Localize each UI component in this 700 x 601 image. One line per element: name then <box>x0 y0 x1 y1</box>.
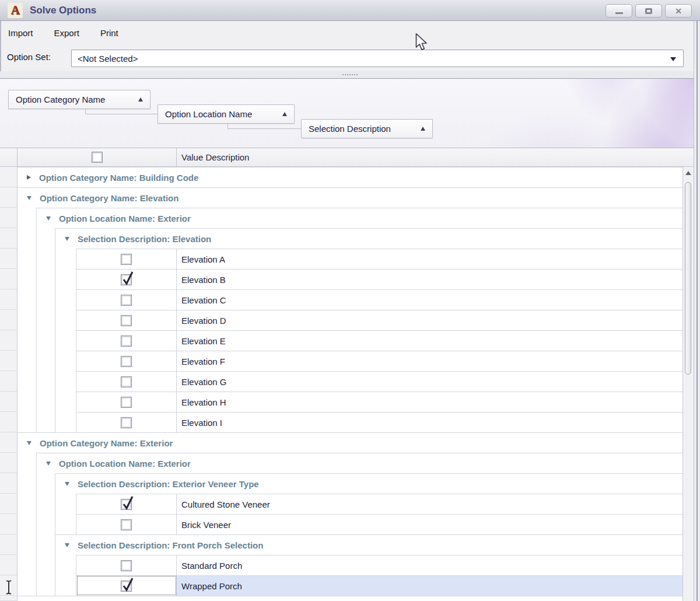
group-row-content[interactable]: Option Category Name: Building Code <box>18 167 694 187</box>
group-row-content[interactable]: Selection Description: Exterior Veneer T… <box>55 473 694 494</box>
group-row-content[interactable]: Option Category Name: Exterior <box>18 432 694 453</box>
row-indicator-cell[interactable] <box>0 596 18 601</box>
splitter-grip-icon[interactable] <box>342 74 358 75</box>
row-indicator-cell[interactable] <box>0 330 18 351</box>
data-row[interactable]: Elevation G <box>0 371 694 392</box>
checkbox-cell[interactable] <box>76 371 177 392</box>
title-bar[interactable]: A Solve Options ✕ <box>0 0 700 21</box>
checkbox-checked-icon[interactable] <box>121 581 132 592</box>
data-row[interactable]: Elevation F <box>0 351 694 371</box>
value-description-cell[interactable]: Elevation C <box>177 289 694 310</box>
scroll-up-button[interactable] <box>683 167 694 179</box>
checkbox-unchecked-icon[interactable] <box>121 315 132 326</box>
group-row[interactable]: Option Location Name: Exterior <box>0 453 694 473</box>
row-indicator-cell[interactable] <box>0 228 18 249</box>
value-description-cell[interactable]: Wrapped Porch <box>177 575 694 596</box>
data-row[interactable]: Wrapped Porch <box>0 575 694 596</box>
data-row[interactable]: Elevation C <box>0 289 694 310</box>
menu-import[interactable]: Import <box>8 26 39 41</box>
row-indicator-cell[interactable] <box>0 371 18 392</box>
row-indicator-cell[interactable] <box>0 269 18 289</box>
collapse-group-icon[interactable] <box>65 237 69 241</box>
checkbox-unchecked-icon[interactable] <box>121 397 132 408</box>
data-row[interactable]: Brick Veneer <box>0 514 694 534</box>
collapse-group-icon[interactable] <box>65 543 69 547</box>
value-description-cell[interactable]: Standard Porch <box>177 555 694 575</box>
value-description-column-header[interactable]: Value Description <box>177 148 694 166</box>
row-indicator-cell[interactable] <box>0 432 18 453</box>
maximize-button[interactable] <box>635 4 662 18</box>
group-row[interactable]: Selection Description: Front Porch Selec… <box>0 534 694 555</box>
value-description-cell[interactable]: Brick Veneer <box>177 514 694 534</box>
header-checkbox-cell[interactable] <box>18 148 177 166</box>
group-by-option-location-name[interactable]: Option Location Name <box>158 104 295 124</box>
collapse-group-icon[interactable] <box>46 216 51 221</box>
row-indicator-cell[interactable] <box>0 412 18 432</box>
value-description-cell[interactable]: Cultured Stone Veneer <box>177 494 694 514</box>
value-description-cell[interactable]: Elevation H <box>177 392 694 412</box>
checkbox-unchecked-icon[interactable] <box>121 519 132 530</box>
checkbox-cell[interactable] <box>76 249 177 269</box>
group-by-selection-description[interactable]: Selection Description <box>301 119 433 138</box>
row-indicator-cell[interactable] <box>0 514 18 534</box>
expand-group-icon[interactable] <box>27 175 31 180</box>
checkbox-cell[interactable] <box>76 514 177 534</box>
group-row-content[interactable]: Option Location Name: Exterior <box>37 208 694 228</box>
group-by-option-category-name[interactable]: Option Category Name <box>8 90 150 109</box>
value-description-cell[interactable]: Elevation I <box>177 412 694 432</box>
collapse-group-icon[interactable] <box>27 441 32 445</box>
checkbox-cell[interactable] <box>76 289 177 310</box>
group-row[interactable]: Selection Description: Elevation <box>0 228 694 249</box>
row-indicator-cell[interactable] <box>0 310 18 330</box>
checkbox-cell[interactable] <box>76 310 177 330</box>
group-row[interactable]: Selection Description: Exterior Veneer T… <box>0 473 694 494</box>
checkbox-cell[interactable] <box>76 575 177 596</box>
data-row[interactable]: Elevation A <box>0 249 694 269</box>
checkbox-cell[interactable] <box>76 494 177 514</box>
menu-print[interactable]: Print <box>100 26 124 41</box>
group-row-content[interactable]: Option Category Name: Elevation <box>18 187 694 208</box>
vertical-scrollbar[interactable] <box>682 167 694 601</box>
data-row[interactable]: Standard Porch <box>0 555 694 575</box>
row-indicator-cell[interactable] <box>0 555 18 575</box>
value-description-cell[interactable]: Elevation D <box>177 310 694 330</box>
row-indicator-cell[interactable] <box>0 289 18 310</box>
checkbox-unchecked-icon[interactable] <box>121 376 132 387</box>
value-description-cell[interactable]: Elevation G <box>177 371 694 392</box>
group-row-content[interactable]: Selection Description: Elevation <box>55 228 694 249</box>
group-row-content[interactable]: Option Location Name: Exterior <box>37 453 694 473</box>
checkbox-unchecked-icon[interactable] <box>121 356 132 367</box>
data-row[interactable]: Elevation H <box>0 392 694 412</box>
horizontal-splitter[interactable] <box>0 71 700 78</box>
scrollbar-thumb[interactable] <box>685 182 691 375</box>
value-description-cell[interactable]: Elevation A <box>177 249 694 269</box>
row-indicator-cell[interactable] <box>0 208 18 228</box>
checkbox-cell[interactable] <box>76 351 177 371</box>
row-indicator-cell[interactable] <box>0 494 18 514</box>
value-description-cell[interactable]: Elevation F <box>177 351 694 371</box>
row-indicator-cell[interactable] <box>0 187 18 208</box>
checkbox-unchecked-icon[interactable] <box>121 560 132 571</box>
row-indicator-cell[interactable] <box>0 351 18 371</box>
group-row[interactable]: Option Location Name: Exterior <box>0 208 694 228</box>
checkbox-checked-icon[interactable] <box>121 274 132 285</box>
collapse-group-icon[interactable] <box>46 462 51 466</box>
checkbox-cell[interactable] <box>76 412 177 432</box>
minimize-button[interactable] <box>606 4 632 18</box>
group-row[interactable]: Option Category Name: Exterior <box>0 432 694 453</box>
checkbox-cell[interactable] <box>76 269 177 289</box>
data-row[interactable]: Cultured Stone Veneer <box>0 494 694 514</box>
data-row[interactable]: Elevation E <box>0 330 694 351</box>
row-indicator-cell[interactable] <box>0 575 18 596</box>
row-indicator-cell[interactable] <box>0 534 18 555</box>
group-row[interactable]: Option Category Name: Elevation <box>0 187 694 208</box>
row-indicator-cell[interactable] <box>0 167 18 187</box>
close-button[interactable]: ✕ <box>665 4 692 18</box>
data-row[interactable]: Elevation D <box>0 310 694 330</box>
chevron-down-icon[interactable] <box>670 57 676 61</box>
menu-export[interactable]: Export <box>54 26 85 41</box>
row-indicator-cell[interactable] <box>0 473 18 494</box>
row-indicator-cell[interactable] <box>0 453 18 473</box>
group-row-content[interactable]: Selection Description: Front Porch Selec… <box>55 534 694 555</box>
checkbox-checked-icon[interactable] <box>121 499 132 510</box>
